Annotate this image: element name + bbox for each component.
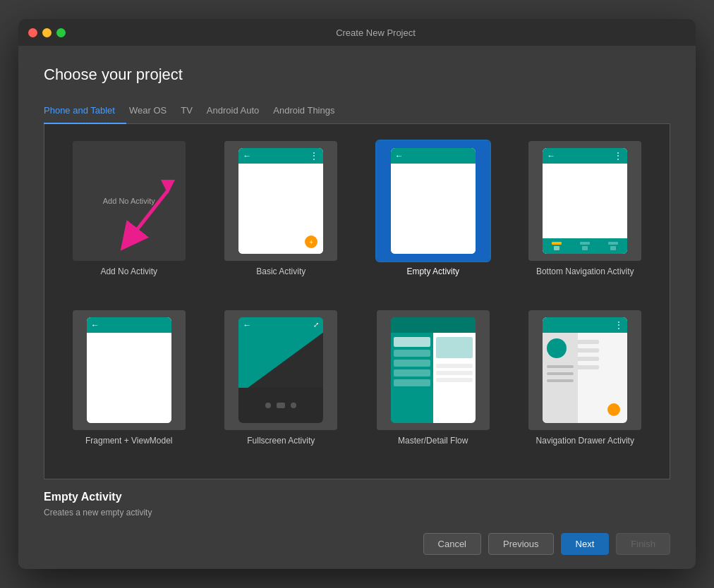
next-button[interactable]: Next [561,533,610,555]
no-activity-card-label: Add No Activity [100,267,157,276]
card-no-activity[interactable]: Add No Activity Add No Activity [59,138,200,296]
description-area: Empty Activity Creates a new empty activ… [44,479,670,526]
titlebar: Create New Project [18,19,696,46]
fragment-vm-mockup: ← [87,317,171,423]
traffic-lights [28,28,66,37]
minimize-button[interactable] [42,28,52,37]
fragment-vm-preview: ← [73,310,186,430]
finish-button[interactable]: Finish [616,533,670,555]
svg-marker-2 [161,180,175,194]
empty-activity-mockup: ← [391,148,476,254]
master-detail-preview [377,310,490,430]
basic-activity-label: Basic Activity [256,267,305,276]
nav-drawer-label: Navigation Drawer Activity [536,436,634,446]
description-title: Empty Activity [44,491,670,503]
main-content: Choose your project Phone and Tablet Wea… [18,46,696,569]
master-detail-label: Master/Detail Flow [398,436,468,446]
page-title: Choose your project [44,66,670,84]
card-bottom-nav[interactable]: ← ⋮ [515,138,656,296]
previous-button[interactable]: Previous [488,533,554,555]
maximize-button[interactable] [56,28,66,37]
tab-android-auto[interactable]: Android Auto [204,99,270,124]
main-window: Create New Project Choose your project P… [18,19,696,569]
no-activity-label-inside: Add No Activity [103,197,155,205]
bottom-nav-label: Bottom Navigation Activity [536,267,634,276]
card-empty-activity[interactable]: ← Empty Activity [363,138,504,296]
tab-phone-tablet[interactable]: Phone and Tablet [44,99,126,124]
activity-grid: Add No Activity Add No Activity [44,124,670,479]
tab-wear-os[interactable]: Wear OS [126,99,178,124]
tab-bar: Phone and Tablet Wear OS TV Android Auto… [44,99,670,124]
basic-activity-mockup: ← ⋮ + [238,148,323,254]
bottom-nav-mockup: ← ⋮ [543,148,627,254]
window-title: Create New Project [66,27,686,38]
card-basic-activity[interactable]: ← ⋮ + Basic Activity [211,138,352,296]
basic-activity-preview: ← ⋮ + [224,141,337,261]
tab-tv[interactable]: TV [178,99,204,124]
fullscreen-label: Fullscreen Activity [247,436,315,446]
card-nav-drawer[interactable]: ⋮ [515,307,656,465]
card-fullscreen[interactable]: ← ⤢ [211,307,352,465]
cancel-button[interactable]: Cancel [423,533,481,555]
fullscreen-mockup: ← ⤢ [238,317,323,423]
annotation-arrow [108,176,186,261]
nav-drawer-mockup: ⋮ [543,317,627,423]
card-fragment-viewmodel[interactable]: ← Fragment + ViewModel [59,307,200,465]
master-detail-mockup [391,317,476,423]
bottom-nav-preview: ← ⋮ [528,141,641,261]
fullscreen-preview: ← ⤢ [224,310,337,430]
fragment-vm-label: Fragment + ViewModel [85,436,173,446]
card-master-detail[interactable]: Master/Detail Flow [363,307,504,465]
no-activity-preview: Add No Activity [73,141,186,261]
close-button[interactable] [28,28,37,37]
bottom-bar: Cancel Previous Next Finish [44,526,670,555]
nav-drawer-preview: ⋮ [528,310,641,430]
tab-android-things[interactable]: Android Things [270,99,346,124]
description-text: Creates a new empty activity [44,508,670,517]
empty-activity-preview: ← [377,141,490,261]
empty-activity-label: Empty Activity [406,267,459,276]
